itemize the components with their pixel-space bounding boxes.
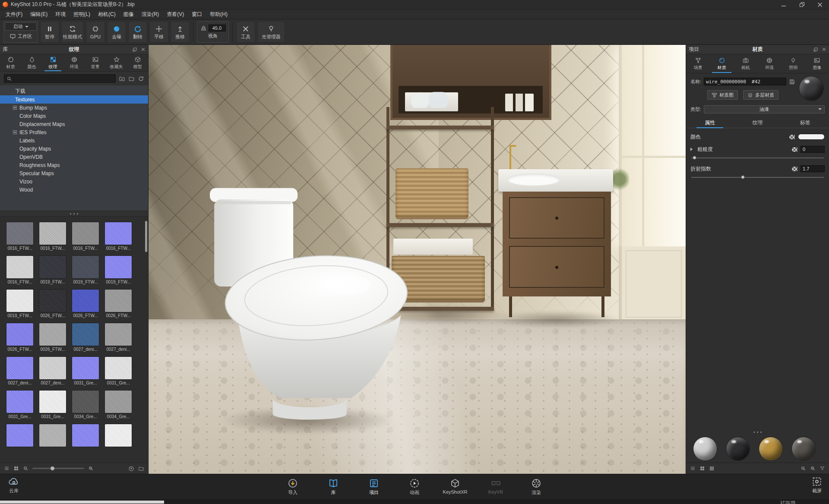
project-tab-environment[interactable]: 环境 [758, 54, 782, 73]
tree-item-downloads[interactable]: 下载 [0, 87, 148, 95]
expand-icon[interactable] [13, 130, 17, 134]
zoom-out-icon[interactable] [801, 466, 806, 471]
color-swatch[interactable] [798, 134, 825, 140]
upload-icon[interactable] [128, 466, 134, 472]
tree-item-roughness-maps[interactable]: Roughness Maps [0, 161, 148, 169]
folder-icon[interactable] [138, 466, 144, 472]
menu-file[interactable]: 文件(F) [2, 9, 26, 19]
menu-lighting[interactable]: 照明(L) [70, 9, 94, 19]
dock-keyvr-button[interactable]: KeyVR [481, 478, 510, 496]
library-tab-backplates[interactable]: 背景 [85, 54, 106, 71]
light-manager-button[interactable]: 光管理器 [257, 21, 285, 43]
texture-thumbnail[interactable]: 0016_FTW... [6, 222, 34, 251]
texture-thumbnail[interactable] [39, 424, 66, 448]
project-tab-lighting[interactable]: 照明 [782, 54, 805, 73]
library-tab-textures[interactable]: 纹理 [42, 54, 63, 71]
dock-project-button[interactable]: 项目 [360, 478, 388, 496]
roughness-value-field[interactable]: 0 [801, 146, 825, 153]
grid-view-icon[interactable] [699, 466, 705, 471]
slider-handle[interactable] [741, 175, 745, 179]
zoom-out-icon[interactable] [23, 466, 28, 471]
tree-item-bump-maps[interactable]: Bump Maps [0, 104, 148, 112]
multi-layer-button[interactable]: 多层材质 [743, 90, 778, 100]
refresh-icon[interactable] [138, 76, 144, 82]
dock-render-button[interactable]: 渲染 [522, 478, 551, 496]
material-ball[interactable] [759, 437, 783, 461]
texture-thumbnail[interactable]: 0019_FTW... [104, 255, 132, 284]
close-icon[interactable] [822, 47, 826, 52]
menu-edit[interactable]: 编辑(E) [26, 9, 51, 19]
menu-camera[interactable]: 相机(C) [94, 9, 120, 19]
texture-thumbnail[interactable]: 0031_Gre... [72, 356, 99, 385]
scrollbar[interactable] [145, 221, 147, 252]
library-tab-colors[interactable]: 颜色 [21, 54, 42, 71]
menu-render[interactable]: 渲染(R) [138, 9, 163, 19]
start-button[interactable]: 启动 [5, 22, 37, 31]
texture-thumbnail[interactable]: 0031_Gre... [6, 390, 34, 419]
list-view-icon[interactable] [690, 466, 696, 471]
texture-thumbnail[interactable]: 0026_FTW... [39, 323, 66, 352]
texture-thumbnail[interactable]: 0019_FTW... [72, 255, 99, 284]
dock-keyshotxr-button[interactable]: KeyShotXR [441, 478, 469, 496]
tree-item-color-maps[interactable]: Color Maps [0, 112, 148, 120]
close-icon[interactable] [141, 47, 146, 52]
gpu-button[interactable]: GPU [86, 21, 105, 43]
project-splitter[interactable] [686, 429, 829, 435]
library-search-input[interactable] [14, 76, 113, 81]
menu-help[interactable]: 帮助(H) [206, 9, 231, 19]
sub-tab-properties[interactable]: 属性 [686, 118, 734, 128]
texture-thumbnail[interactable]: 0031_Gre... [104, 356, 132, 385]
tree-item-wood[interactable]: Wood [0, 186, 148, 194]
tools-button[interactable]: 工具 [236, 21, 255, 43]
realtime-viewport[interactable] [149, 45, 686, 474]
texture-thumbnail[interactable]: 0019_FTW... [39, 255, 66, 284]
library-tab-favorites[interactable]: 收藏夹 [106, 54, 127, 71]
project-tab-material[interactable]: 材质 [710, 54, 734, 73]
zoom-in-icon[interactable] [810, 466, 816, 471]
texture-thumbnail[interactable]: 0016_FTW... [39, 222, 66, 251]
material-ball[interactable] [791, 437, 816, 461]
texture-thumbnail[interactable]: 0026_FTW... [72, 289, 99, 318]
close-button[interactable] [811, 0, 829, 9]
tree-item-textures[interactable]: Textures [0, 95, 148, 104]
dock-animation-button[interactable]: 动画 [400, 478, 429, 496]
filter-icon[interactable] [820, 466, 825, 471]
texture-thumbnail[interactable]: 0019_FTW... [6, 289, 34, 318]
library-tab-environments[interactable]: 环境 [63, 54, 85, 71]
dock-import-button[interactable]: 导入 [278, 478, 307, 496]
performance-mode-button[interactable]: 性能模式 [61, 21, 84, 43]
zoom-in-icon[interactable] [88, 466, 94, 471]
texture-thumbnail[interactable]: 0027_deni... [39, 356, 66, 385]
library-tab-models[interactable]: 模型 [127, 54, 148, 71]
library-tab-materials[interactable]: 材质 [0, 54, 21, 71]
tree-item-labels[interactable]: Labels [0, 136, 148, 145]
dolly-button[interactable]: 推移 [171, 21, 190, 43]
menu-environment[interactable]: 环境 [51, 9, 70, 19]
menu-window[interactable]: 窗口 [188, 9, 206, 19]
project-tab-image[interactable]: 图像 [805, 54, 829, 73]
material-name-input[interactable] [704, 78, 786, 85]
texture-thumbnail[interactable]: 0026_FTW... [104, 289, 132, 318]
tree-item-opacity-maps[interactable]: Opacity Maps [0, 145, 148, 153]
texture-thumbnail[interactable]: 0027_deni... [6, 356, 34, 385]
expand-right-icon[interactable] [690, 148, 693, 151]
project-tab-scene[interactable]: 场景 [686, 54, 710, 73]
thumbnail-size-slider[interactable] [32, 468, 84, 469]
tree-item-ies-profiles[interactable]: IES Profiles [0, 128, 148, 136]
list-view-icon[interactable] [4, 466, 9, 471]
menu-view[interactable]: 查看(V) [163, 9, 188, 19]
texture-thumbnail[interactable] [6, 424, 34, 448]
grid-view-icon[interactable] [13, 466, 19, 471]
texture-thumbnail[interactable]: 0016_FTW... [6, 255, 34, 284]
material-ball[interactable] [726, 437, 750, 461]
refraction-value-field[interactable]: 1.7 [801, 165, 825, 172]
refraction-slider[interactable] [686, 175, 829, 180]
pan-button[interactable]: 平移 [149, 21, 168, 43]
texture-map-icon[interactable] [789, 134, 795, 140]
texture-thumbnail[interactable]: 0034_Gre... [104, 390, 132, 419]
save-material-icon[interactable] [789, 79, 795, 85]
sub-tab-textures[interactable]: 纹理 [734, 118, 781, 128]
small-grid-view-icon[interactable] [709, 466, 715, 471]
texture-thumbnail[interactable]: 0031_Gre... [39, 390, 66, 419]
texture-thumbnail[interactable] [104, 424, 132, 448]
